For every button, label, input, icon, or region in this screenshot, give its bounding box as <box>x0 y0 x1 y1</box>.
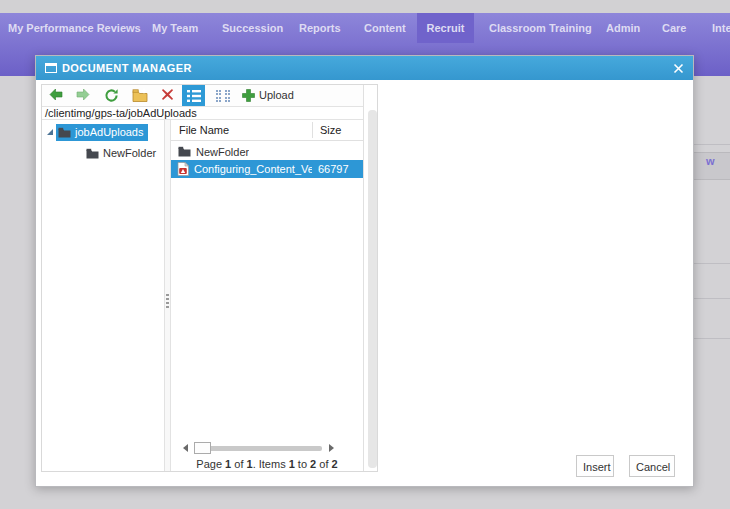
horizontal-scrollbar[interactable] <box>177 441 337 455</box>
scrollbar-track[interactable] <box>194 446 322 451</box>
nav-item-succession[interactable]: Succession <box>222 13 283 43</box>
tree-node-label: jobAdUploads <box>75 124 144 141</box>
column-separator[interactable] <box>312 122 313 138</box>
pagination-status: Page 1 of 1. Items 1 to 2 of 2 <box>171 458 363 470</box>
tree-node-label: NewFolder <box>103 145 156 162</box>
file-list: File Name Size NewFolder <box>171 120 363 471</box>
file-row-newfolder[interactable]: NewFolder <box>171 143 363 160</box>
scrollbar-thumb[interactable] <box>194 442 211 454</box>
explorer-toolbar: Upload <box>42 85 363 107</box>
forward-icon[interactable] <box>76 88 92 103</box>
list-view-button[interactable] <box>182 85 205 106</box>
close-icon[interactable] <box>673 63 684 74</box>
back-icon[interactable] <box>49 88 65 103</box>
bg-table-divider <box>694 338 730 339</box>
screen: My Performance Reviews My Team Successio… <box>0 0 730 509</box>
bg-partial-link: w <box>706 155 715 167</box>
nav-item-content[interactable]: Content <box>364 13 406 43</box>
dialog-titlebar[interactable]: DOCUMENT MANAGER <box>36 56 693 80</box>
insert-button[interactable]: Insert <box>576 455 614 477</box>
explorer-main: Upload /clientimg/gps-ta/jobAdUploads jo… <box>42 85 364 471</box>
column-header-size[interactable]: Size <box>320 120 341 140</box>
refresh-icon[interactable] <box>104 88 120 103</box>
scroll-right-icon[interactable] <box>329 444 334 452</box>
dialog-title: DOCUMENT MANAGER <box>62 56 192 80</box>
scroll-left-icon[interactable] <box>183 444 188 452</box>
file-row-configuring-content-vendo[interactable]: Configuring_Content_Vendo 66797 <box>171 160 363 178</box>
splitter-grip-icon <box>166 294 169 308</box>
folder-icon <box>178 146 191 157</box>
bg-table-divider <box>694 298 730 299</box>
file-name: NewFolder <box>196 146 249 158</box>
tree-expand-icon[interactable] <box>46 128 54 136</box>
nav-item-my-performance-reviews[interactable]: My Performance Reviews <box>8 13 141 43</box>
file-list-header: File Name Size <box>171 120 363 141</box>
file-name: Configuring_Content_Vendo <box>194 163 312 175</box>
tree-node-jobadUploads[interactable]: jobAdUploads <box>56 124 148 141</box>
file-explorer: Upload /clientimg/gps-ta/jobAdUploads jo… <box>41 84 378 472</box>
folder-icon <box>86 148 99 159</box>
file-size: 66797 <box>318 163 349 175</box>
window-icon <box>45 63 57 73</box>
grid-view-button[interactable] <box>212 85 234 106</box>
folder-icon <box>58 127 71 138</box>
cancel-button[interactable]: Cancel <box>629 455 675 477</box>
nav-item-my-team[interactable]: My Team <box>152 13 198 43</box>
panel-splitter[interactable] <box>164 120 171 471</box>
column-header-file-name[interactable]: File Name <box>179 120 229 140</box>
delete-icon[interactable] <box>161 88 177 103</box>
browser-top-strip <box>0 0 730 13</box>
nav-item-inte-clipped[interactable]: Inte <box>712 13 730 43</box>
new-folder-icon[interactable] <box>132 88 148 103</box>
nav-item-reports[interactable]: Reports <box>299 13 341 43</box>
nav-item-classroom-training[interactable]: Classroom Training <box>489 13 592 43</box>
folder-tree: jobAdUploads NewFolder <box>42 120 164 471</box>
nav-item-admin[interactable]: Admin <box>606 13 640 43</box>
upload-plus-icon <box>242 89 255 102</box>
address-bar[interactable]: /clientimg/gps-ta/jobAdUploads <box>42 106 363 120</box>
upload-button-label: Upload <box>259 85 294 106</box>
bg-table-divider <box>694 144 730 145</box>
bg-table-divider <box>694 263 730 264</box>
tree-node-newfolder[interactable]: NewFolder <box>86 145 156 162</box>
vertical-scrollbar[interactable] <box>368 110 377 468</box>
nav-item-recruit[interactable]: Recruit <box>417 13 474 43</box>
upload-button[interactable]: Upload <box>242 85 306 106</box>
pdf-file-icon <box>177 162 189 176</box>
nav-item-care[interactable]: Care <box>662 13 686 43</box>
document-manager-dialog: DOCUMENT MANAGER <box>35 55 694 487</box>
